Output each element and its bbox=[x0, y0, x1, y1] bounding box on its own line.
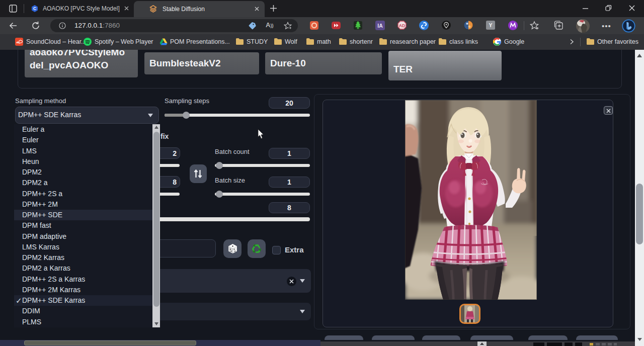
svg-text:IA: IA bbox=[377, 23, 383, 29]
svg-text:Y: Y bbox=[489, 22, 492, 28]
svg-text:AD: AD bbox=[399, 23, 405, 28]
svg-text:C: C bbox=[33, 6, 36, 11]
